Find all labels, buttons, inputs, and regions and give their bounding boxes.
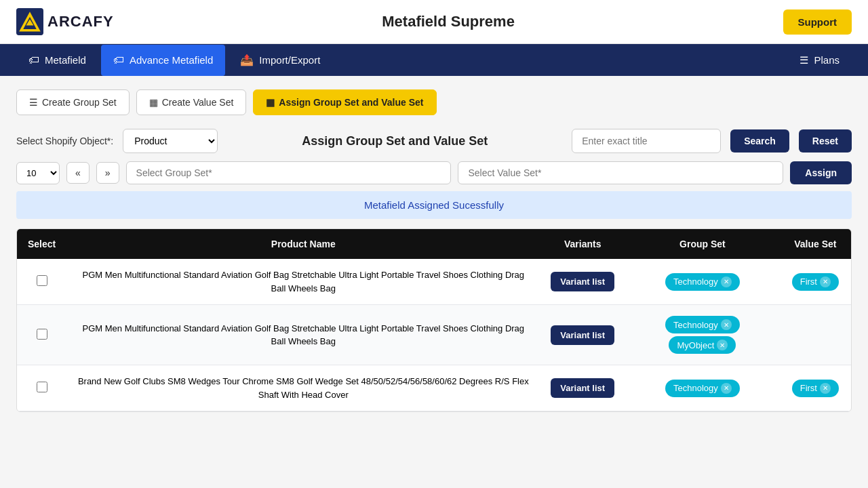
row-checkbox-cell bbox=[17, 305, 66, 365]
create-value-set-icon: ▦ bbox=[149, 97, 158, 108]
assign-button[interactable]: Assign bbox=[790, 161, 852, 184]
create-value-set-label: Create Value Set bbox=[162, 97, 234, 108]
section-title: Assign Group Set and Value Set bbox=[227, 134, 562, 148]
assign-group-set-label: Assign Group Set and Value Set bbox=[279, 97, 423, 108]
select-shopify-object-label: Select Shopify Object*: bbox=[16, 136, 113, 146]
create-group-set-label: Create Group Set bbox=[42, 97, 117, 108]
group-set-tag: Technology ✕ bbox=[665, 380, 740, 397]
value-set-tag: First ✕ bbox=[792, 380, 839, 397]
plans-icon: ☰ bbox=[800, 54, 808, 66]
nav-item-import-export-label: Import/Export bbox=[259, 54, 320, 66]
group-set-tag: Technology ✕ bbox=[665, 316, 740, 333]
success-banner: Metafield Assigned Sucessfully bbox=[16, 191, 852, 219]
value-set-tag: First ✕ bbox=[792, 273, 839, 291]
logo-text: ARCAFY bbox=[47, 13, 114, 30]
row-checkbox-cell bbox=[17, 365, 66, 411]
tab-create-value-set[interactable]: ▦ Create Value Set bbox=[136, 89, 247, 115]
variant-list-button[interactable]: Variant list bbox=[551, 325, 614, 345]
controls-row: Select Shopify Object*: Product Order Cu… bbox=[16, 129, 852, 153]
remove-group-tag[interactable]: ✕ bbox=[721, 277, 732, 287]
nav-item-advance-metafield-label: Advance Metafield bbox=[130, 54, 213, 66]
variant-list-button[interactable]: Variant list bbox=[551, 378, 614, 398]
nav-item-metafield-label: Metafield bbox=[45, 54, 86, 66]
row-checkbox[interactable] bbox=[37, 329, 47, 340]
col-product-name: Product Name bbox=[66, 229, 540, 259]
assign-group-set-icon: ▦ bbox=[266, 97, 275, 108]
nav-item-import-export[interactable]: 📤 Import/Export bbox=[228, 44, 332, 76]
advance-metafield-icon: 🏷 bbox=[113, 54, 124, 66]
product-name-cell: PGM Men Multifunctional Standard Aviatio… bbox=[66, 305, 540, 365]
value-set-input[interactable] bbox=[458, 161, 783, 184]
search-input[interactable] bbox=[572, 129, 721, 153]
tab-create-group-set[interactable]: ☰ Create Group Set bbox=[16, 89, 130, 115]
shopify-object-select[interactable]: Product Order Customer Collection bbox=[123, 129, 218, 153]
arcafy-logo-icon bbox=[16, 8, 43, 35]
nav-left: 🏷 Metafield 🏷 Advance Metafield 📤 Import… bbox=[16, 44, 332, 76]
plans-label: Plans bbox=[814, 54, 840, 66]
group-set-cell: Technology ✕ bbox=[625, 259, 780, 305]
value-set-cell: First ✕ bbox=[780, 365, 851, 411]
product-name-cell: Brand New Golf Clubs SM8 Wedges Tour Chr… bbox=[66, 365, 540, 411]
variant-cell: Variant list bbox=[540, 259, 625, 305]
import-export-icon: 📤 bbox=[240, 54, 254, 66]
group-set-cell: Technology ✕ bbox=[625, 365, 780, 411]
product-name-cell: PGM Men Multifunctional Standard Aviatio… bbox=[66, 259, 540, 305]
col-select: Select bbox=[17, 229, 66, 259]
row-checkbox[interactable] bbox=[37, 275, 47, 286]
remove-value-tag[interactable]: ✕ bbox=[820, 277, 831, 287]
tab-row: ☰ Create Group Set ▦ Create Value Set ▦ … bbox=[16, 89, 852, 115]
table-row: Brand New Golf Clubs SM8 Wedges Tour Chr… bbox=[17, 365, 851, 411]
tab-assign-group-set[interactable]: ▦ Assign Group Set and Value Set bbox=[253, 89, 436, 115]
search-button[interactable]: Search bbox=[730, 129, 789, 152]
group-set-input[interactable] bbox=[126, 161, 452, 184]
support-button[interactable]: Support bbox=[783, 9, 852, 35]
group-set-tag: Technology ✕ bbox=[665, 273, 740, 291]
reset-button[interactable]: Reset bbox=[799, 129, 852, 152]
logo: ARCAFY bbox=[16, 8, 114, 35]
app-title: Metafield Supreme bbox=[382, 13, 515, 30]
col-value-set: Value Set bbox=[780, 229, 851, 259]
row-checkbox-cell bbox=[17, 259, 66, 305]
remove-group-tag[interactable]: ✕ bbox=[721, 383, 732, 394]
table-header-row: Select Product Name Variants Group Set V… bbox=[17, 229, 851, 259]
value-set-cell: First ✕ bbox=[780, 259, 851, 305]
nav-bar: 🏷 Metafield 🏷 Advance Metafield 📤 Import… bbox=[0, 44, 868, 76]
create-group-set-icon: ☰ bbox=[29, 97, 38, 108]
filter-row: 10 25 50 100 « » Assign bbox=[16, 161, 852, 184]
metafield-icon: 🏷 bbox=[28, 54, 39, 66]
prev-page-button[interactable]: « bbox=[66, 162, 90, 184]
value-set-cell bbox=[780, 305, 851, 365]
variant-cell: Variant list bbox=[540, 365, 625, 411]
nav-item-advance-metafield[interactable]: 🏷 Advance Metafield bbox=[101, 45, 225, 76]
next-page-button[interactable]: » bbox=[96, 162, 119, 184]
group-set-cell: Technology ✕MyObject ✕ bbox=[625, 305, 780, 365]
remove-group-tag[interactable]: ✕ bbox=[717, 340, 728, 350]
table-row: PGM Men Multifunctional Standard Aviatio… bbox=[17, 305, 851, 365]
page-size-select[interactable]: 10 25 50 100 bbox=[16, 162, 60, 184]
table-row: PGM Men Multifunctional Standard Aviatio… bbox=[17, 259, 851, 305]
main-content: ☰ Create Group Set ▦ Create Value Set ▦ … bbox=[0, 76, 868, 426]
remove-value-tag[interactable]: ✕ bbox=[820, 383, 831, 394]
top-header: ARCAFY Metafield Supreme Support bbox=[0, 0, 868, 44]
products-table: Select Product Name Variants Group Set V… bbox=[16, 228, 852, 412]
remove-group-tag[interactable]: ✕ bbox=[721, 319, 732, 330]
col-variants: Variants bbox=[540, 229, 625, 259]
nav-item-plans[interactable]: ☰ Plans bbox=[787, 45, 852, 76]
group-set-tag: MyObject ✕ bbox=[669, 336, 736, 354]
variant-list-button[interactable]: Variant list bbox=[551, 272, 614, 291]
nav-item-metafield[interactable]: 🏷 Metafield bbox=[16, 45, 98, 76]
col-group-set: Group Set bbox=[625, 229, 780, 259]
variant-cell: Variant list bbox=[540, 305, 625, 365]
row-checkbox[interactable] bbox=[37, 382, 47, 392]
